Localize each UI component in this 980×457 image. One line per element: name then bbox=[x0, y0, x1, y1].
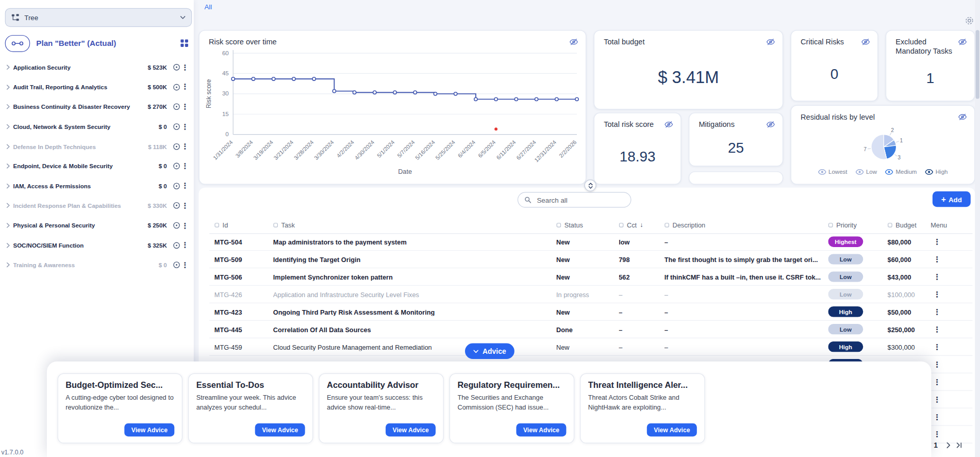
eye-slash-icon[interactable] bbox=[953, 112, 967, 121]
table-row[interactable]: MTG-459 Cloud Security Posture Managemen… bbox=[209, 338, 972, 356]
sidebar-item[interactable]: Business Continuity & Disaster Recovery … bbox=[0, 97, 194, 117]
grid-view-icon[interactable] bbox=[180, 39, 189, 47]
scope-icon[interactable] bbox=[173, 63, 181, 72]
item-menu-button[interactable]: ⋮ bbox=[180, 162, 189, 171]
search-input[interactable] bbox=[536, 195, 624, 204]
chevron-right-icon[interactable] bbox=[6, 242, 10, 248]
sidebar-item[interactable]: Cloud, Network & System Security $ 0 ⋮ bbox=[0, 117, 194, 136]
column-header[interactable]: Cct ↓ bbox=[619, 221, 665, 229]
table-row[interactable]: MTG-423 Ongoing Third Party Risk Assessm… bbox=[209, 303, 972, 321]
item-menu-button[interactable]: ⋮ bbox=[180, 260, 189, 269]
chevron-right-icon[interactable] bbox=[6, 183, 10, 189]
view-advice-button[interactable]: View Advice bbox=[386, 423, 436, 436]
sidebar-item[interactable]: Endpoint, Device & Mobile Security $ 0 ⋮ bbox=[0, 156, 194, 176]
legend-item[interactable]: Lowest bbox=[818, 168, 847, 175]
view-advice-button[interactable]: View Advice bbox=[517, 423, 567, 436]
item-menu-button[interactable]: ⋮ bbox=[180, 83, 189, 92]
chevron-right-icon[interactable] bbox=[6, 64, 10, 70]
all-link[interactable]: All bbox=[204, 3, 212, 11]
sort-desc-icon[interactable]: ↓ bbox=[640, 221, 643, 228]
eye-slash-icon[interactable] bbox=[856, 38, 870, 46]
scope-icon[interactable] bbox=[173, 123, 181, 131]
legend-item[interactable]: Medium bbox=[885, 168, 917, 175]
row-menu-button[interactable]: ⋮ bbox=[931, 395, 943, 404]
column-header[interactable]: Status ↓ bbox=[556, 221, 619, 229]
row-menu-button[interactable]: ⋮ bbox=[931, 342, 943, 351]
vertical-scrollbar[interactable] bbox=[975, 0, 980, 457]
sidebar-item[interactable]: SOC/NOC/SIEM Function $ 325K ⋮ bbox=[0, 235, 194, 255]
chevron-right-icon[interactable] bbox=[6, 124, 10, 129]
scrollbar-thumb[interactable] bbox=[976, 30, 979, 99]
last-page-button[interactable] bbox=[956, 442, 962, 448]
scope-icon[interactable] bbox=[173, 261, 181, 269]
item-menu-button[interactable]: ⋮ bbox=[180, 63, 189, 72]
eye-slash-icon[interactable] bbox=[761, 38, 775, 46]
scope-icon[interactable] bbox=[173, 142, 181, 151]
item-menu-button[interactable]: ⋮ bbox=[180, 182, 189, 190]
sidebar-item[interactable]: Application Security $ 523K ⋮ bbox=[0, 58, 194, 77]
chevron-right-icon[interactable] bbox=[6, 164, 10, 169]
search-bar[interactable] bbox=[518, 192, 632, 207]
dashboard-collapse-handle[interactable] bbox=[585, 179, 596, 191]
chevron-right-icon[interactable] bbox=[6, 262, 10, 268]
advice-toggle-button[interactable]: Advice bbox=[465, 344, 514, 359]
row-menu-button[interactable]: ⋮ bbox=[931, 307, 943, 316]
settings-gear-icon[interactable] bbox=[965, 15, 974, 25]
column-header[interactable]: Id ↓ bbox=[209, 221, 273, 229]
column-header[interactable]: Menu ↓ bbox=[931, 221, 972, 229]
item-menu-button[interactable]: ⋮ bbox=[180, 103, 189, 111]
page-number[interactable]: 1 bbox=[931, 440, 941, 450]
scope-icon[interactable] bbox=[173, 83, 181, 91]
row-menu-button[interactable]: ⋮ bbox=[931, 360, 943, 369]
eye-slash-icon[interactable] bbox=[659, 120, 673, 128]
sidebar-item[interactable]: Training & Awareness $ 0 ⋮ bbox=[0, 255, 194, 275]
next-page-button[interactable] bbox=[946, 442, 951, 448]
chevron-right-icon[interactable] bbox=[6, 223, 10, 228]
sidebar-item[interactable]: Physical & Personal Security $ 250K ⋮ bbox=[0, 216, 194, 235]
sidebar-item[interactable]: Audit Trail, Reporting & Analytics $ 500… bbox=[0, 77, 194, 97]
sidebar-item[interactable]: Incident Response Plan & Capabilities $ … bbox=[0, 196, 194, 216]
column-header[interactable]: Budget ↓ bbox=[888, 221, 931, 229]
item-menu-button[interactable]: ⋮ bbox=[180, 201, 189, 210]
table-row[interactable]: MTG-504 Map administrators to the paymen… bbox=[209, 233, 972, 251]
column-header[interactable]: Priority ↓ bbox=[828, 221, 887, 229]
legend-item[interactable]: Low bbox=[855, 168, 877, 175]
scope-icon[interactable] bbox=[173, 162, 181, 170]
row-menu-button[interactable]: ⋮ bbox=[931, 290, 943, 299]
scope-icon[interactable] bbox=[173, 202, 181, 210]
chevron-right-icon[interactable] bbox=[6, 143, 10, 149]
row-menu-button[interactable]: ⋮ bbox=[931, 378, 943, 386]
view-advice-button[interactable]: View Advice bbox=[647, 423, 697, 436]
sidebar-item[interactable]: Defense In Depth Techniques $ 118K ⋮ bbox=[0, 137, 194, 156]
row-menu-button[interactable]: ⋮ bbox=[931, 325, 943, 334]
table-row[interactable]: MTG-506 Implement Synchronizer token pat… bbox=[209, 268, 972, 286]
plan-button[interactable] bbox=[5, 35, 30, 52]
item-menu-button[interactable]: ⋮ bbox=[180, 142, 189, 151]
legend-item[interactable]: High bbox=[925, 168, 948, 175]
scope-icon[interactable] bbox=[173, 241, 181, 250]
row-menu-button[interactable]: ⋮ bbox=[931, 238, 943, 247]
table-row[interactable]: MTG-509 Identifying the Target Origin Ne… bbox=[209, 251, 972, 268]
column-header[interactable]: Description ↓ bbox=[665, 221, 828, 229]
tree-selector[interactable]: Tree bbox=[5, 8, 192, 27]
sidebar-item[interactable]: IAM, Access & Permissions $ 0 ⋮ bbox=[0, 176, 194, 195]
item-menu-button[interactable]: ⋮ bbox=[180, 122, 189, 131]
table-row[interactable]: MTG-426 Application and Infrastructure S… bbox=[209, 286, 972, 303]
column-header[interactable]: Task ↓ bbox=[273, 221, 556, 229]
scope-icon[interactable] bbox=[173, 182, 181, 190]
eye-slash-icon[interactable] bbox=[564, 38, 578, 46]
row-menu-button[interactable]: ⋮ bbox=[931, 273, 943, 282]
scope-icon[interactable] bbox=[173, 103, 181, 111]
eye-slash-icon[interactable] bbox=[761, 120, 775, 128]
chevron-right-icon[interactable] bbox=[6, 104, 10, 110]
add-button[interactable]: + Add bbox=[933, 191, 971, 207]
chevron-right-icon[interactable] bbox=[6, 85, 10, 90]
row-menu-button[interactable]: ⋮ bbox=[931, 430, 943, 439]
scope-icon[interactable] bbox=[173, 221, 181, 230]
table-row[interactable]: MTG-445 Correlation Of All Data Sources … bbox=[209, 321, 972, 338]
row-menu-button[interactable]: ⋮ bbox=[931, 255, 943, 264]
view-advice-button[interactable]: View Advice bbox=[255, 423, 305, 436]
view-advice-button[interactable]: View Advice bbox=[124, 423, 174, 436]
item-menu-button[interactable]: ⋮ bbox=[180, 221, 189, 230]
chevron-right-icon[interactable] bbox=[6, 203, 10, 208]
